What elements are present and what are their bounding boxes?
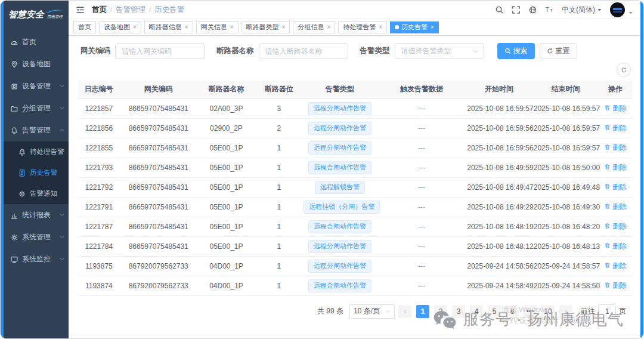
start-time-cell: 2025-10-08 16:49:29 [466, 197, 532, 217]
tab-历史告警[interactable]: 历史告警 × [390, 21, 439, 33]
next-page-button[interactable]: › [559, 305, 572, 318]
page-button-4[interactable]: 4 [470, 305, 483, 318]
delete-button[interactable]: 删除 [604, 241, 627, 251]
user-menu[interactable] [610, 2, 633, 17]
delete-button[interactable]: 删除 [604, 162, 627, 172]
gateway-code-cell: 866597075485431 [120, 197, 197, 217]
close-icon[interactable]: × [431, 24, 434, 30]
alarm-type-badge[interactable]: 远程分闸动作告警 [308, 141, 371, 155]
close-icon[interactable]: × [379, 24, 382, 30]
trash-icon [604, 242, 611, 251]
alarm-type-cell: 远程分闸动作告警 [302, 138, 377, 158]
page-size-select[interactable]: 10 条/页 [349, 304, 395, 319]
alarm-type-badge[interactable]: 远程挂锁（分闸）告警 [304, 201, 380, 214]
breaker-filter-input[interactable] [259, 43, 348, 59]
page-button-5[interactable]: 5 [488, 305, 501, 318]
sidebar-item-home[interactable]: 首页 [4, 31, 69, 53]
page-button-10[interactable]: 10 [541, 305, 555, 318]
breaker-pos-cell: 1 [255, 158, 302, 177]
delete-button[interactable]: 删除 [604, 221, 627, 232]
tab-待处理告警[interactable]: 待处理告警 × [338, 21, 387, 33]
close-icon[interactable]: × [185, 24, 188, 30]
breadcrumb-home[interactable]: 首页 [92, 5, 107, 15]
alarm-type-badge[interactable]: 远程合闸动作告警 [308, 279, 371, 292]
alarm-type-badge[interactable]: 远程分闸动作告警 [308, 260, 371, 273]
tab-分组信息[interactable]: 分组信息 × [293, 21, 335, 33]
trigger-data-cell: --- [377, 158, 466, 177]
sidebar-item-pending-alarms[interactable]: 待处理告警 [4, 141, 69, 162]
language-selector[interactable]: 中文(简体) [562, 5, 602, 15]
alarm-type-badge[interactable]: 远程解锁告警 [315, 181, 365, 194]
alarm-type-badge[interactable]: 远程合闸动作告警 [308, 220, 371, 233]
table-refresh-button[interactable] [617, 63, 631, 77]
breaker-pos-cell: 3 [255, 98, 302, 118]
reset-button[interactable]: 重置 [540, 43, 577, 59]
sidebar-item-system-mgmt[interactable]: 系统管理 [4, 226, 69, 248]
breadcrumb: 首页 / 告警管理 / 历史告警 [92, 5, 184, 15]
page-size-value: 10 条/页 [354, 306, 380, 316]
refresh-icon [621, 67, 627, 73]
prev-page-button[interactable]: ‹ [398, 305, 411, 318]
alarm-type-badge[interactable]: 远程分闸动作告警 [308, 240, 371, 253]
column-header: 开始时间 [466, 81, 532, 98]
sidebar-item-label: 首页 [22, 37, 36, 47]
page-button-3[interactable]: 3 [452, 305, 465, 318]
sidebar-fold-icon[interactable] [76, 5, 85, 14]
alarm-type-filter-label: 告警类型 [360, 46, 390, 56]
sidebar-item-history-alarms[interactable]: 历史告警 [4, 162, 69, 183]
font-size-icon[interactable]: T T [545, 5, 554, 14]
breadcrumb-section[interactable]: 告警管理 [116, 5, 145, 15]
column-header: 告警类型 [302, 81, 377, 98]
tab-首页[interactable]: 首页 [73, 21, 96, 33]
gateway-filter-label: 网关编码 [80, 46, 110, 56]
tab-断路器信息[interactable]: 断路器信息 × [144, 21, 193, 33]
search-button[interactable]: 搜索 [497, 43, 535, 59]
sidebar-item-stats-report[interactable]: 统计报表 [4, 204, 69, 226]
table-row: 1221857 866597075485431 02A00_3P 3 远程分闸动… [78, 98, 632, 118]
close-icon[interactable]: × [282, 24, 286, 30]
sidebar-item-device-map[interactable]: 设备地图 [4, 53, 69, 75]
tab-网关信息[interactable]: 网关信息 × [196, 21, 239, 33]
sidebar-item-group-mgmt[interactable]: 分组管理 [4, 97, 69, 119]
alarm-type-select[interactable]: 请选择告警类型 [395, 43, 484, 59]
gateway-filter-input[interactable] [115, 43, 205, 59]
delete-button[interactable]: 删除 [604, 143, 627, 153]
search-icon[interactable] [495, 5, 504, 14]
delete-button[interactable]: 删除 [604, 103, 627, 113]
page-button-2[interactable]: 2 [434, 305, 447, 318]
delete-button[interactable]: 删除 [604, 123, 627, 133]
column-header: 断路器位 [255, 81, 302, 98]
delete-button[interactable]: 删除 [604, 202, 627, 212]
globe-icon[interactable] [528, 5, 537, 14]
sidebar-item-alarm-mgmt[interactable]: 告警管理 [4, 119, 69, 141]
tab-label: 历史告警 [401, 23, 428, 32]
trash-icon [604, 124, 611, 132]
sidebar-item-device-mgmt[interactable]: 设备管理 [4, 75, 69, 97]
close-icon[interactable]: × [133, 24, 137, 30]
page-button-6[interactable]: 6 [506, 305, 519, 318]
page-button-1[interactable]: 1 [416, 305, 429, 318]
delete-button[interactable]: 删除 [604, 261, 627, 271]
tab-label: 设备地图 [104, 23, 130, 32]
fullscreen-icon[interactable] [512, 5, 521, 14]
table-row: 1221784 866597075485431 05E00_1P 1 远程分闸动… [78, 236, 632, 256]
column-header: 日志编号 [78, 81, 120, 98]
tab-设备地图[interactable]: 设备地图 × [99, 21, 141, 33]
delete-button[interactable]: 删除 [604, 182, 627, 192]
sidebar-item-system-monitor[interactable]: 系统监控 [4, 248, 69, 270]
navbar-actions: T T 中文(简体) [495, 2, 633, 17]
close-icon[interactable]: × [327, 24, 330, 30]
alarm-type-badge[interactable]: 远程合闸动作告警 [308, 161, 371, 174]
delete-button[interactable]: 删除 [604, 281, 627, 291]
close-icon[interactable]: × [230, 24, 234, 30]
breaker-name-cell: 05E00_1P [197, 177, 256, 197]
sidebar-item-alarm-notify[interactable]: 告警通知 [4, 183, 69, 204]
alarm-type-badge[interactable]: 远程分闸动作告警 [308, 102, 371, 115]
tab-断路器类型[interactable]: 断路器类型 × [242, 21, 290, 33]
more-pages-button[interactable]: ••• [524, 305, 537, 318]
goto-page-input[interactable] [598, 304, 616, 318]
avatar[interactable] [610, 2, 625, 17]
log-id-cell: 1221784 [78, 236, 120, 256]
start-time-cell: 2025-09-24 14:58:56 [466, 256, 532, 276]
alarm-type-badge[interactable]: 远程分闸动作告警 [308, 122, 371, 135]
